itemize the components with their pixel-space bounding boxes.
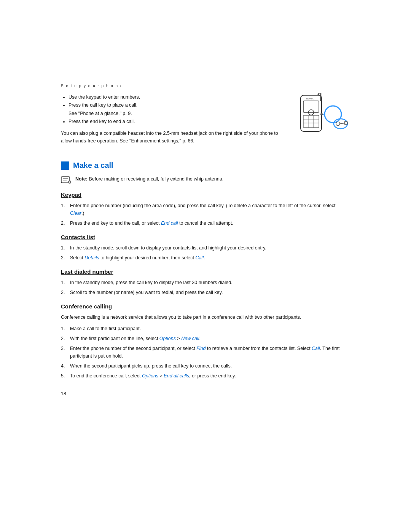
conference-item-5-num: 5.	[61, 372, 65, 380]
call-link-1: Call	[195, 255, 204, 260]
svg-rect-1	[303, 101, 319, 112]
note-text: Note: Before making or receiving a call,…	[75, 175, 223, 183]
bullet-item-2: Press the call key to place a call.See "…	[68, 101, 282, 118]
note-bold: Note:	[75, 176, 88, 182]
make-a-call-title: Make a call	[73, 161, 113, 170]
blue-square-icon	[61, 161, 69, 170]
contacts-item-2: 2. Select Details to highlight your desi…	[61, 254, 350, 262]
keypad-item-1-num: 1.	[61, 202, 65, 209]
new-call-link: New call	[181, 336, 199, 341]
keypad-list: 1. Enter the phone number (including the…	[61, 202, 350, 227]
intro-text: You can also plug a compatible headset i…	[61, 129, 282, 145]
details-link: Details	[84, 255, 99, 260]
conference-item-5: 5. To end the conference call, select Op…	[61, 372, 350, 380]
keypad-section: Keypad 1. Enter the phone number (includ…	[61, 192, 350, 227]
keypad-item-2-num: 2.	[61, 219, 65, 227]
bullet-item-1: Use the keypad to enter numbers.	[68, 93, 282, 101]
conference-item-2: 2. With the first participant on the lin…	[61, 335, 350, 342]
conference-item-4: 4. When the second participant picks up,…	[61, 362, 350, 370]
find-link: Find	[196, 346, 206, 351]
note-icon: i	[61, 176, 72, 184]
conference-item-2-num: 2.	[61, 335, 65, 342]
svg-point-14	[336, 122, 340, 126]
svg-text:i: i	[69, 181, 70, 184]
note-content: Before making or receiving a call, fully…	[88, 176, 223, 182]
setup-bullet-list: Use the keypad to enter numbers. Press t…	[61, 93, 282, 126]
keypad-item-2: 2. Press the end key to end the call, or…	[61, 219, 350, 227]
last-dialed-item-2-num: 2.	[61, 289, 65, 296]
last-dialed-item-1-num: 1.	[61, 279, 65, 286]
contacts-item-1-num: 1.	[61, 244, 65, 252]
svg-point-17	[320, 113, 323, 115]
end-all-calls-link: End all calls	[164, 373, 189, 379]
svg-rect-2	[303, 115, 319, 128]
section-label: S e t u p y o u r p h o n e	[61, 84, 350, 88]
contacts-section: Contacts list 1. In the standby mode, sc…	[61, 234, 350, 262]
text-col: Use the keypad to enter numbers. Press t…	[61, 93, 289, 147]
conference-item-1: 1. Make a call to the first participant.	[61, 325, 350, 332]
svg-point-11	[325, 106, 341, 123]
conference-item-3-num: 3.	[61, 345, 65, 352]
page-number: 18	[61, 391, 350, 396]
options-link-1: Options	[159, 336, 176, 341]
bullet-item-3: Press the end key to end a call.	[68, 118, 282, 126]
note-row: i Note: Before making or receiving a cal…	[61, 175, 350, 184]
options-link-2: Options	[142, 373, 158, 379]
page: S e t u p y o u r p h o n e Use the keyp…	[0, 0, 411, 532]
contacts-item-2-num: 2.	[61, 254, 65, 262]
top-content-wrapper: Use the keypad to enter numbers. Press t…	[61, 93, 350, 150]
last-dialed-section: Last dialed number 1. In the standby mod…	[61, 268, 350, 296]
conference-item-1-num: 1.	[61, 325, 65, 332]
keypad-heading: Keypad	[61, 192, 350, 198]
conference-intro: Conference calling is a network service …	[61, 313, 350, 321]
conference-item-4-num: 4.	[61, 362, 65, 370]
contacts-item-1: 1. In the standby mode, scroll down to d…	[61, 244, 350, 252]
contacts-heading: Contacts list	[61, 234, 350, 240]
make-a-call-heading: Make a call	[61, 161, 350, 170]
phone-illustration: NOKIA	[289, 93, 350, 150]
keypad-item-1: 1. Enter the phone number (including the…	[61, 202, 350, 217]
conference-heading: Conference calling	[61, 303, 350, 310]
conference-item-3: 3. Enter the phone number of the second …	[61, 345, 350, 360]
last-dialed-item-1: 1. In the standby mode, press the call k…	[61, 279, 350, 286]
svg-text:NOKIA: NOKIA	[306, 97, 314, 100]
last-dialed-item-2: 2. Scroll to the number (or name) you wa…	[61, 289, 350, 296]
phone-svg: NOKIA	[289, 93, 350, 152]
clear-link: Clear	[70, 211, 81, 216]
end-call-link: End call	[161, 220, 178, 226]
setup-section: S e t u p y o u r p h o n e Use the keyp…	[61, 84, 350, 150]
last-dialed-heading: Last dialed number	[61, 268, 350, 275]
last-dialed-list: 1. In the standby mode, press the call k…	[61, 279, 350, 296]
conference-section: Conference calling Conference calling is…	[61, 303, 350, 380]
conference-list: 1. Make a call to the first participant.…	[61, 325, 350, 380]
contacts-list: 1. In the standby mode, scroll down to d…	[61, 244, 350, 262]
call-link-2: Call	[312, 346, 320, 351]
